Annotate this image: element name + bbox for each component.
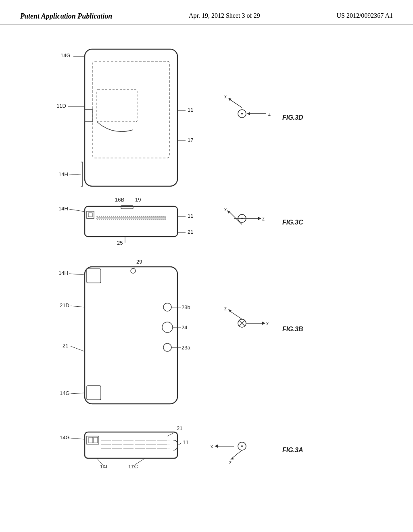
svg-text:21: 21	[63, 343, 68, 349]
svg-rect-86	[89, 437, 93, 443]
svg-text:11: 11	[188, 213, 193, 219]
svg-text:z: z	[262, 216, 265, 222]
patent-drawings: 14G 11D 14H 11 17 z	[0, 33, 413, 532]
svg-line-61	[71, 306, 85, 307]
svg-line-65	[71, 393, 85, 394]
svg-text:21D: 21D	[60, 302, 69, 308]
svg-text:FIG.3A: FIG.3A	[282, 447, 303, 453]
svg-rect-52	[87, 269, 101, 283]
svg-marker-47	[227, 210, 230, 214]
svg-text:11: 11	[183, 439, 188, 445]
svg-text:29: 29	[136, 259, 142, 265]
svg-rect-0	[85, 49, 177, 186]
page-header: Patent Application Publication Apr. 19, …	[0, 0, 413, 25]
svg-line-100	[132, 458, 145, 466]
svg-text:14G: 14G	[60, 390, 70, 396]
svg-marker-45	[258, 217, 261, 220]
svg-text:14G: 14G	[60, 52, 71, 58]
svg-rect-2	[97, 89, 137, 122]
svg-rect-26	[97, 216, 165, 220]
svg-line-96	[178, 443, 181, 445]
svg-line-94	[167, 432, 175, 436]
svg-text:14H: 14H	[58, 206, 68, 212]
svg-text:FIG.3D: FIG.3D	[282, 114, 303, 121]
svg-text:z: z	[268, 111, 271, 117]
svg-text:14H: 14H	[58, 270, 68, 276]
svg-point-102	[241, 445, 243, 447]
svg-line-59	[69, 274, 85, 275]
svg-marker-104	[215, 445, 218, 448]
svg-line-63	[71, 346, 85, 351]
svg-marker-106	[230, 457, 234, 459]
svg-text:21: 21	[188, 229, 193, 235]
svg-marker-78	[262, 322, 265, 325]
svg-rect-23	[85, 206, 177, 237]
svg-text:14I: 14I	[100, 463, 107, 470]
svg-point-55	[163, 303, 171, 311]
svg-text:23a: 23a	[181, 345, 190, 351]
publication-title: Patent Application Publication	[20, 12, 112, 21]
svg-rect-53	[87, 386, 101, 400]
svg-line-31	[69, 209, 85, 212]
svg-text:x: x	[224, 207, 227, 212]
svg-text:19: 19	[135, 197, 141, 203]
svg-text:16B: 16B	[115, 197, 124, 203]
svg-rect-24	[87, 211, 94, 218]
svg-point-54	[131, 268, 136, 273]
svg-point-57	[163, 343, 171, 351]
svg-text:11D: 11D	[56, 103, 66, 109]
svg-text:17: 17	[188, 137, 193, 143]
svg-line-92	[71, 438, 85, 439]
svg-marker-19	[228, 98, 232, 101]
svg-text:23b: 23b	[181, 304, 190, 310]
svg-text:x: x	[224, 94, 227, 100]
svg-rect-3	[85, 110, 93, 122]
svg-text:FIG.3C: FIG.3C	[282, 219, 303, 226]
svg-rect-1	[93, 61, 169, 158]
svg-text:FIG.3B: FIG.3B	[282, 326, 303, 332]
svg-text:x: x	[266, 321, 269, 326]
svg-text:x: x	[211, 444, 213, 449]
svg-rect-25	[88, 213, 92, 217]
svg-text:11C: 11C	[128, 463, 138, 470]
svg-point-56	[162, 322, 173, 332]
svg-text:11: 11	[188, 107, 193, 113]
svg-point-15	[241, 113, 243, 114]
svg-text:24: 24	[181, 324, 187, 330]
patent-number: US 2012/0092367 A1	[336, 12, 393, 19]
svg-marker-17	[247, 112, 250, 115]
svg-line-79	[230, 311, 242, 319]
svg-rect-51	[85, 267, 177, 404]
svg-text:21: 21	[177, 425, 182, 431]
svg-line-18	[230, 100, 242, 108]
svg-text:z: z	[229, 460, 232, 466]
svg-text:z: z	[224, 306, 227, 312]
svg-line-9	[69, 174, 81, 175]
drawing-content: 14G 11D 14H 11 17 z	[0, 25, 413, 525]
svg-text:14H: 14H	[58, 171, 68, 177]
sheet-info: Apr. 19, 2012 Sheet 3 of 29	[189, 12, 260, 19]
svg-text:14G: 14G	[60, 434, 70, 441]
svg-rect-87	[94, 437, 98, 443]
svg-text:25: 25	[117, 240, 123, 246]
svg-line-105	[232, 450, 242, 458]
